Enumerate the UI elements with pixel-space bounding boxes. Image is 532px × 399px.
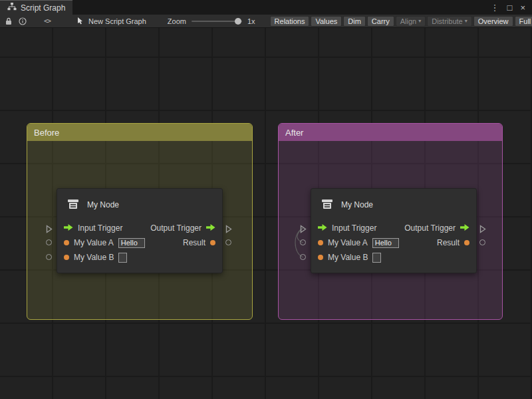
relations-button[interactable]: Relations <box>270 16 310 27</box>
fullscreen-button[interactable]: Full Screen <box>515 16 532 27</box>
graph-toolbar: <> New Script Graph Zoom 1x Relations Va… <box>0 15 532 28</box>
cursor-icon <box>76 17 84 26</box>
unit-icon <box>66 197 80 213</box>
group-before-header[interactable]: Before <box>27 124 252 141</box>
zoom-control: Zoom 1x <box>168 17 255 25</box>
info-icon[interactable] <box>15 15 30 28</box>
graph-name-label: New Script Graph <box>88 17 146 25</box>
kebab-menu-icon[interactable]: ⋮ <box>491 3 499 12</box>
result-label: Result <box>183 238 205 247</box>
flow-out-outer-port-icon[interactable] <box>479 224 486 236</box>
value-b-input[interactable] <box>118 253 127 263</box>
tab-bar: Script Graph ⋮ □ × <box>0 0 532 15</box>
port-row-value-a: My Value A Result <box>57 235 222 250</box>
lock-icon[interactable] <box>2 15 15 28</box>
close-icon[interactable]: × <box>520 3 525 12</box>
code-view-icon[interactable]: <> <box>41 15 54 28</box>
window-controls: ⋮ □ × <box>491 0 532 15</box>
input-trigger-label: Input Trigger <box>78 223 122 233</box>
script-graph-window: Script Graph ⋮ □ × <> New Script Graph Z… <box>0 0 532 399</box>
flow-in-outer-port-icon[interactable] <box>300 224 307 236</box>
graph-name[interactable]: New Script Graph <box>76 17 146 26</box>
value-a-port-icon[interactable] <box>64 240 69 245</box>
node-header[interactable]: My Node <box>311 189 476 221</box>
port-row-value-b: My Value B <box>311 250 476 265</box>
value-b-port-icon[interactable] <box>318 255 323 260</box>
group-after-header[interactable]: After <box>279 124 502 141</box>
flow-out-outer-port-icon[interactable] <box>225 224 232 236</box>
unit-icon <box>320 197 334 213</box>
output-trigger-label: Output Trigger <box>150 223 201 233</box>
value-a-label: My Value A <box>74 238 114 247</box>
value-b-outer-port-icon[interactable] <box>46 254 52 260</box>
carry-button[interactable]: Carry <box>367 16 394 27</box>
result-outer-port-icon[interactable] <box>479 239 485 245</box>
port-row-trigger: Input Trigger Output Trigger <box>57 221 222 235</box>
node-my-node-after[interactable]: My Node Input Trigger Output Trigger My … <box>311 188 477 273</box>
tab-script-graph[interactable]: Script Graph <box>0 0 72 15</box>
value-a-outer-port-icon[interactable] <box>46 239 52 245</box>
chevron-down-icon: ▾ <box>418 19 421 24</box>
flow-out-port-icon[interactable] <box>206 223 215 233</box>
value-a-port-icon[interactable] <box>318 240 323 245</box>
values-button[interactable]: Values <box>311 16 342 27</box>
flow-in-port-icon[interactable] <box>318 223 327 233</box>
zoom-slider-knob[interactable] <box>235 18 241 25</box>
toolbar-buttons: Relations Values Dim Carry Align ▾ Distr… <box>270 16 532 27</box>
value-b-input[interactable] <box>372 253 381 263</box>
node-title: My Node <box>341 200 373 209</box>
result-port-icon[interactable] <box>210 240 215 245</box>
value-a-outer-port-icon[interactable] <box>300 239 306 245</box>
output-trigger-label: Output Trigger <box>404 223 456 233</box>
overview-button[interactable]: Overview <box>473 16 513 27</box>
result-outer-port-icon[interactable] <box>225 239 231 245</box>
flow-in-outer-port-icon[interactable] <box>46 224 53 236</box>
group-title: Before <box>34 128 59 138</box>
distribute-button: Distribute ▾ <box>427 16 471 27</box>
port-row-trigger: Input Trigger Output Trigger <box>311 221 476 235</box>
result-label: Result <box>437 238 460 247</box>
flow-out-port-icon[interactable] <box>460 223 469 233</box>
flow-in-port-icon[interactable] <box>64 223 73 233</box>
port-row-value-b: My Value B <box>57 250 222 265</box>
result-port-icon[interactable] <box>464 240 469 245</box>
value-a-input[interactable] <box>118 238 145 248</box>
input-trigger-label: Input Trigger <box>332 223 376 233</box>
tab-title: Script Graph <box>21 3 65 13</box>
group-title: After <box>285 128 303 138</box>
zoom-value: 1x <box>247 17 255 25</box>
value-b-label: My Value B <box>328 253 368 262</box>
graph-tab-icon <box>7 3 17 13</box>
align-button: Align ▾ <box>396 16 426 27</box>
value-a-label: My Value A <box>328 238 368 247</box>
zoom-slider[interactable] <box>192 21 242 22</box>
port-row-value-a: My Value A Result <box>311 235 476 250</box>
value-b-outer-port-icon[interactable] <box>300 254 306 260</box>
node-my-node-before[interactable]: My Node Input Trigger Output Trigger My … <box>57 188 223 273</box>
value-b-port-icon[interactable] <box>64 255 69 260</box>
value-b-label: My Value B <box>74 253 114 262</box>
value-a-input[interactable] <box>372 238 399 248</box>
zoom-label: Zoom <box>168 17 186 25</box>
node-header[interactable]: My Node <box>57 189 222 221</box>
chevron-down-icon: ▾ <box>465 19 467 24</box>
dim-button[interactable]: Dim <box>343 16 366 27</box>
node-title: My Node <box>87 200 119 209</box>
maximize-icon[interactable]: □ <box>507 3 513 12</box>
